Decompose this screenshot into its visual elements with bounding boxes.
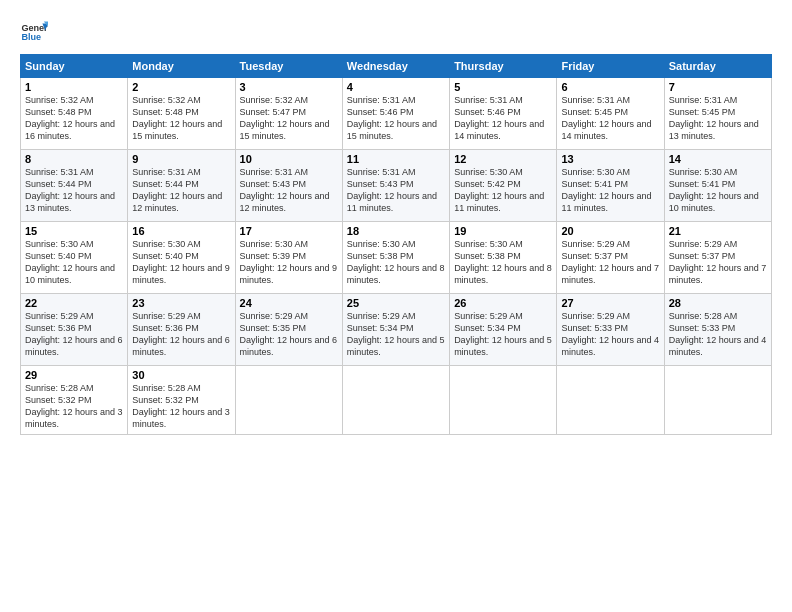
cell-info: Sunrise: 5:29 AMSunset: 5:36 PMDaylight:… xyxy=(132,311,230,357)
day-number: 20 xyxy=(561,225,659,237)
day-number: 30 xyxy=(132,369,230,381)
cell-info: Sunrise: 5:30 AMSunset: 5:40 PMDaylight:… xyxy=(132,239,230,285)
cell-info: Sunrise: 5:28 AMSunset: 5:33 PMDaylight:… xyxy=(669,311,767,357)
calendar-cell: 14 Sunrise: 5:30 AMSunset: 5:41 PMDaylig… xyxy=(664,150,771,222)
calendar-cell: 16 Sunrise: 5:30 AMSunset: 5:40 PMDaylig… xyxy=(128,222,235,294)
day-number: 9 xyxy=(132,153,230,165)
cell-info: Sunrise: 5:29 AMSunset: 5:37 PMDaylight:… xyxy=(561,239,659,285)
calendar-cell: 28 Sunrise: 5:28 AMSunset: 5:33 PMDaylig… xyxy=(664,294,771,366)
day-number: 3 xyxy=(240,81,338,93)
day-number: 5 xyxy=(454,81,552,93)
day-number: 6 xyxy=(561,81,659,93)
col-header-sunday: Sunday xyxy=(21,55,128,78)
cell-info: Sunrise: 5:29 AMSunset: 5:34 PMDaylight:… xyxy=(347,311,445,357)
logo: General Blue xyxy=(20,18,52,46)
col-header-wednesday: Wednesday xyxy=(342,55,449,78)
day-number: 13 xyxy=(561,153,659,165)
day-number: 12 xyxy=(454,153,552,165)
cell-info: Sunrise: 5:30 AMSunset: 5:38 PMDaylight:… xyxy=(454,239,552,285)
page: General Blue SundayMondayTuesdayWednesda… xyxy=(0,0,792,612)
col-header-monday: Monday xyxy=(128,55,235,78)
cell-info: Sunrise: 5:30 AMSunset: 5:41 PMDaylight:… xyxy=(669,167,759,213)
calendar-cell: 13 Sunrise: 5:30 AMSunset: 5:41 PMDaylig… xyxy=(557,150,664,222)
calendar-cell: 4 Sunrise: 5:31 AMSunset: 5:46 PMDayligh… xyxy=(342,78,449,150)
calendar-cell: 10 Sunrise: 5:31 AMSunset: 5:43 PMDaylig… xyxy=(235,150,342,222)
cell-info: Sunrise: 5:32 AMSunset: 5:48 PMDaylight:… xyxy=(25,95,115,141)
header-row: SundayMondayTuesdayWednesdayThursdayFrid… xyxy=(21,55,772,78)
cell-info: Sunrise: 5:30 AMSunset: 5:42 PMDaylight:… xyxy=(454,167,544,213)
cell-info: Sunrise: 5:30 AMSunset: 5:41 PMDaylight:… xyxy=(561,167,651,213)
cell-info: Sunrise: 5:30 AMSunset: 5:40 PMDaylight:… xyxy=(25,239,115,285)
calendar-cell: 21 Sunrise: 5:29 AMSunset: 5:37 PMDaylig… xyxy=(664,222,771,294)
day-number: 25 xyxy=(347,297,445,309)
cell-info: Sunrise: 5:29 AMSunset: 5:34 PMDaylight:… xyxy=(454,311,552,357)
calendar-cell: 15 Sunrise: 5:30 AMSunset: 5:40 PMDaylig… xyxy=(21,222,128,294)
day-number: 24 xyxy=(240,297,338,309)
cell-info: Sunrise: 5:31 AMSunset: 5:44 PMDaylight:… xyxy=(25,167,115,213)
calendar-cell xyxy=(664,366,771,435)
calendar-cell: 5 Sunrise: 5:31 AMSunset: 5:46 PMDayligh… xyxy=(450,78,557,150)
day-number: 17 xyxy=(240,225,338,237)
calendar-cell: 8 Sunrise: 5:31 AMSunset: 5:44 PMDayligh… xyxy=(21,150,128,222)
calendar-cell xyxy=(235,366,342,435)
calendar-cell: 26 Sunrise: 5:29 AMSunset: 5:34 PMDaylig… xyxy=(450,294,557,366)
cell-info: Sunrise: 5:32 AMSunset: 5:48 PMDaylight:… xyxy=(132,95,222,141)
day-number: 16 xyxy=(132,225,230,237)
calendar-cell: 1 Sunrise: 5:32 AMSunset: 5:48 PMDayligh… xyxy=(21,78,128,150)
day-number: 23 xyxy=(132,297,230,309)
calendar-cell: 27 Sunrise: 5:29 AMSunset: 5:33 PMDaylig… xyxy=(557,294,664,366)
calendar-cell: 24 Sunrise: 5:29 AMSunset: 5:35 PMDaylig… xyxy=(235,294,342,366)
col-header-saturday: Saturday xyxy=(664,55,771,78)
day-number: 1 xyxy=(25,81,123,93)
day-number: 29 xyxy=(25,369,123,381)
day-number: 18 xyxy=(347,225,445,237)
calendar-cell: 17 Sunrise: 5:30 AMSunset: 5:39 PMDaylig… xyxy=(235,222,342,294)
calendar-cell: 29 Sunrise: 5:28 AMSunset: 5:32 PMDaylig… xyxy=(21,366,128,435)
day-number: 28 xyxy=(669,297,767,309)
col-header-friday: Friday xyxy=(557,55,664,78)
day-number: 15 xyxy=(25,225,123,237)
calendar-cell xyxy=(342,366,449,435)
cell-info: Sunrise: 5:28 AMSunset: 5:32 PMDaylight:… xyxy=(25,383,123,429)
cell-info: Sunrise: 5:29 AMSunset: 5:33 PMDaylight:… xyxy=(561,311,659,357)
cell-info: Sunrise: 5:32 AMSunset: 5:47 PMDaylight:… xyxy=(240,95,330,141)
cell-info: Sunrise: 5:31 AMSunset: 5:46 PMDaylight:… xyxy=(454,95,544,141)
col-header-tuesday: Tuesday xyxy=(235,55,342,78)
calendar-table: SundayMondayTuesdayWednesdayThursdayFrid… xyxy=(20,54,772,435)
day-number: 19 xyxy=(454,225,552,237)
cell-info: Sunrise: 5:31 AMSunset: 5:46 PMDaylight:… xyxy=(347,95,437,141)
day-number: 22 xyxy=(25,297,123,309)
day-number: 11 xyxy=(347,153,445,165)
calendar-cell xyxy=(450,366,557,435)
calendar-cell: 30 Sunrise: 5:28 AMSunset: 5:32 PMDaylig… xyxy=(128,366,235,435)
day-number: 8 xyxy=(25,153,123,165)
calendar-cell: 12 Sunrise: 5:30 AMSunset: 5:42 PMDaylig… xyxy=(450,150,557,222)
col-header-thursday: Thursday xyxy=(450,55,557,78)
day-number: 26 xyxy=(454,297,552,309)
day-number: 2 xyxy=(132,81,230,93)
calendar-cell xyxy=(557,366,664,435)
cell-info: Sunrise: 5:31 AMSunset: 5:45 PMDaylight:… xyxy=(669,95,759,141)
cell-info: Sunrise: 5:30 AMSunset: 5:39 PMDaylight:… xyxy=(240,239,338,285)
calendar-cell: 11 Sunrise: 5:31 AMSunset: 5:43 PMDaylig… xyxy=(342,150,449,222)
cell-info: Sunrise: 5:31 AMSunset: 5:45 PMDaylight:… xyxy=(561,95,651,141)
calendar-cell: 3 Sunrise: 5:32 AMSunset: 5:47 PMDayligh… xyxy=(235,78,342,150)
cell-info: Sunrise: 5:29 AMSunset: 5:36 PMDaylight:… xyxy=(25,311,123,357)
day-number: 14 xyxy=(669,153,767,165)
cell-info: Sunrise: 5:29 AMSunset: 5:37 PMDaylight:… xyxy=(669,239,767,285)
day-number: 7 xyxy=(669,81,767,93)
svg-text:Blue: Blue xyxy=(21,32,41,42)
calendar-cell: 19 Sunrise: 5:30 AMSunset: 5:38 PMDaylig… xyxy=(450,222,557,294)
calendar-cell: 20 Sunrise: 5:29 AMSunset: 5:37 PMDaylig… xyxy=(557,222,664,294)
cell-info: Sunrise: 5:29 AMSunset: 5:35 PMDaylight:… xyxy=(240,311,338,357)
day-number: 10 xyxy=(240,153,338,165)
logo-icon: General Blue xyxy=(20,18,48,46)
calendar-cell: 6 Sunrise: 5:31 AMSunset: 5:45 PMDayligh… xyxy=(557,78,664,150)
cell-info: Sunrise: 5:31 AMSunset: 5:43 PMDaylight:… xyxy=(347,167,437,213)
day-number: 21 xyxy=(669,225,767,237)
cell-info: Sunrise: 5:31 AMSunset: 5:44 PMDaylight:… xyxy=(132,167,222,213)
day-number: 4 xyxy=(347,81,445,93)
header: General Blue xyxy=(20,18,772,46)
cell-info: Sunrise: 5:31 AMSunset: 5:43 PMDaylight:… xyxy=(240,167,330,213)
calendar-cell: 7 Sunrise: 5:31 AMSunset: 5:45 PMDayligh… xyxy=(664,78,771,150)
